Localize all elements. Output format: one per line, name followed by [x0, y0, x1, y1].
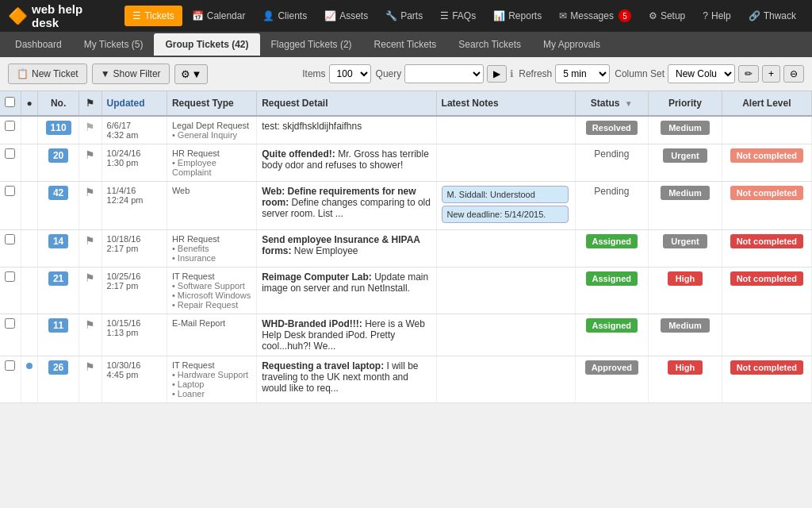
col-header-request-detail[interactable]: Request Detail — [257, 91, 436, 116]
column-set-select[interactable]: New Colu — [668, 64, 735, 83]
row-alert-level-cell: Not completed — [722, 356, 811, 403]
col-header-request-type[interactable]: Request Type — [167, 91, 256, 116]
row-alert-level-cell — [722, 314, 811, 356]
items-select[interactable]: 100 50 25 — [329, 64, 371, 83]
nav-item-clients[interactable]: 👤 Clients — [255, 6, 315, 26]
row-checkbox[interactable] — [5, 186, 15, 196]
ticket-number-badge[interactable]: 42 — [48, 186, 68, 200]
col-header-alert-level[interactable]: Alert Level — [722, 91, 811, 116]
row-checkbox-cell — [0, 230, 21, 267]
nav-item-thwack[interactable]: 🔗 Thwack — [741, 6, 804, 26]
nav-item-faqs[interactable]: ☰ FAQs — [432, 6, 484, 26]
row-status-cell: Resolved — [575, 116, 649, 144]
status-badge: Assigned — [586, 318, 638, 333]
new-ticket-button[interactable]: 📋 New Ticket — [8, 64, 87, 84]
row-updated-cell: 10/15/161:13 pm — [102, 314, 167, 356]
tab-search-tickets[interactable]: Search Tickets — [447, 33, 532, 56]
row-request-detail-cell: Reimage Computer Lab: Update main image … — [257, 267, 436, 314]
row-priority-cell: Urgent — [649, 230, 722, 267]
flag-icon[interactable]: ⚑ — [85, 148, 95, 161]
flag-icon[interactable]: ⚑ — [85, 186, 95, 198]
table-row: 26⚑10/30/164:45 pmIT Request• Hardware S… — [0, 356, 812, 403]
nav-item-parts[interactable]: 🔧 Parts — [377, 6, 431, 26]
ticket-number-badge[interactable]: 20 — [48, 148, 68, 163]
select-all-checkbox[interactable] — [5, 97, 15, 107]
row-checkbox-cell — [0, 314, 21, 356]
nav-item-messages[interactable]: ✉ Messages 5 — [551, 5, 639, 27]
col-header-flag[interactable]: ⚑ — [79, 91, 102, 116]
request-detail-bold: Quite offended!: — [262, 148, 335, 160]
reports-icon: 📊 — [493, 10, 505, 21]
flag-icon[interactable]: ⚑ — [85, 234, 95, 247]
nav-item-setup[interactable]: ⚙ Setup — [641, 6, 693, 26]
flag-icon[interactable]: ⚑ — [85, 360, 95, 373]
row-checkbox[interactable] — [5, 234, 15, 244]
flag-icon[interactable]: ⚑ — [85, 271, 95, 284]
logo-text: web help desk — [32, 2, 109, 29]
column-set-add-button[interactable]: + — [762, 65, 780, 83]
row-checkbox-cell — [0, 356, 21, 403]
table-row: 21⚑10/25/162:17 pmIT Request• Software S… — [0, 267, 812, 314]
tickets-table: ● No. ⚑ Updated Request Type Request Det… — [0, 91, 812, 403]
row-flag-cell: ⚑ — [79, 116, 102, 144]
filter-icon: ▼ — [101, 68, 110, 79]
alert-badge: Not completed — [730, 360, 803, 375]
col-header-no[interactable]: No. — [38, 91, 79, 116]
ticket-number-badge[interactable]: 110 — [46, 121, 71, 135]
messages-icon: ✉ — [559, 10, 567, 21]
flag-icon[interactable]: ⚑ — [85, 121, 95, 133]
row-status-cell: Pending — [575, 182, 649, 230]
row-checkbox[interactable] — [5, 148, 15, 159]
tab-bar: Dashboard My Tickets (5) Group Tickets (… — [0, 32, 812, 57]
request-type-sub: • Microsoft Windows — [172, 291, 251, 300]
ticket-number-badge[interactable]: 14 — [48, 234, 68, 248]
col-header-status[interactable]: Status ▼ — [575, 91, 649, 116]
tab-my-approvals[interactable]: My Approvals — [532, 33, 611, 56]
column-set-edit-button[interactable]: ✏ — [738, 65, 759, 83]
row-ticket-number-cell: 11 — [38, 314, 79, 356]
priority-badge: Medium — [661, 121, 710, 135]
show-filter-button[interactable]: ▼ Show Filter — [92, 64, 170, 84]
column-set-delete-button[interactable]: ⊖ — [783, 65, 804, 83]
ticket-number-badge[interactable]: 11 — [48, 318, 68, 333]
ticket-number-badge[interactable]: 21 — [48, 271, 68, 286]
row-status-cell: Approved — [575, 356, 649, 403]
ticket-number-badge[interactable]: 26 — [48, 360, 68, 375]
row-latest-notes-cell: M. Siddall: UnderstoodNew deadline: 5/14… — [436, 182, 575, 230]
row-alert-level-cell — [722, 116, 811, 144]
row-checkbox[interactable] — [5, 318, 15, 329]
tab-group-tickets[interactable]: Group Tickets (42) — [154, 33, 259, 56]
row-priority-cell: High — [649, 356, 722, 403]
flag-icon[interactable]: ⚑ — [85, 318, 95, 331]
tab-dashboard[interactable]: Dashboard — [4, 33, 73, 56]
row-request-detail-cell: Requesting a travel laptop: I will be tr… — [257, 356, 436, 403]
row-latest-notes-cell — [436, 267, 575, 314]
nav-item-help[interactable]: ? Help — [695, 6, 738, 26]
query-go-button[interactable]: ▶ — [487, 65, 507, 83]
row-request-type-cell: HR Request• Benefits• Insurance — [167, 230, 256, 267]
nav-item-reports[interactable]: 📊 Reports — [485, 6, 550, 26]
col-header-priority[interactable]: Priority — [649, 91, 722, 116]
gear-settings-button[interactable]: ⚙ ▼ — [174, 64, 209, 84]
row-request-detail-cell: Quite offended!: Mr. Gross has terrible … — [257, 144, 436, 182]
new-ticket-icon: 📋 — [17, 68, 29, 79]
tickets-icon: ☰ — [132, 10, 141, 21]
row-checkbox[interactable] — [5, 121, 15, 131]
nav-item-calendar[interactable]: 📅 Calendar — [184, 6, 254, 26]
row-updated-cell: 6/6/174:32 am — [102, 116, 167, 144]
query-select[interactable] — [404, 64, 484, 83]
row-checkbox[interactable] — [5, 360, 15, 371]
request-type-main: HR Request — [172, 234, 220, 244]
nav-item-tickets[interactable]: ☰ Tickets — [124, 6, 182, 26]
row-latest-notes-cell — [436, 144, 575, 182]
items-label: Items — [302, 68, 325, 79]
col-header-updated[interactable]: Updated — [102, 91, 167, 116]
col-header-latest-notes[interactable]: Latest Notes — [436, 91, 575, 116]
nav-item-assets[interactable]: 📈 Assets — [316, 6, 376, 26]
tab-my-tickets[interactable]: My Tickets (5) — [73, 33, 155, 56]
tab-flagged-tickets[interactable]: Flagged Tickets (2) — [260, 33, 363, 56]
tab-recent-tickets[interactable]: Recent Tickets — [363, 33, 448, 56]
row-flag-cell: ⚑ — [79, 267, 102, 314]
row-checkbox[interactable] — [5, 271, 15, 282]
refresh-select[interactable]: 5 min 1 min 10 min Never — [555, 64, 610, 83]
